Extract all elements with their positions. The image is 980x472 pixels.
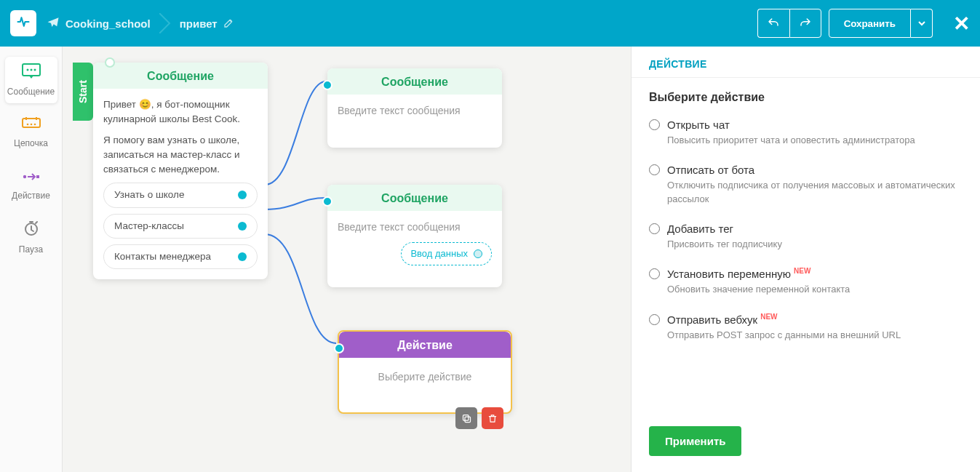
quick-reply-0[interactable]: Узнать о школе	[103, 183, 258, 207]
action-placeholder: Выберите действие	[349, 367, 501, 392]
action-option-4[interactable]: Отправить вебхукNEWОтправить POST запрос…	[649, 305, 963, 351]
action-option-title: Отписать от бота	[667, 164, 754, 176]
breadcrumb-bot[interactable]: Cooking_school	[65, 17, 151, 30]
pulse-icon	[16, 15, 31, 33]
svg-point-8	[30, 124, 32, 126]
out-port-icon[interactable]	[238, 222, 247, 231]
node-title: Сообщение	[327, 185, 502, 211]
node-toolbar	[455, 407, 503, 429]
action-option-3[interactable]: Установить переменнуюNEWОбновить значени…	[649, 260, 963, 305]
out-port-icon[interactable]	[238, 252, 247, 261]
node-title: Сообщение	[93, 63, 268, 89]
quick-reply-label: Узнать о школе	[114, 188, 184, 202]
svg-point-2	[30, 69, 32, 71]
telegram-icon	[47, 16, 60, 31]
node-start-message[interactable]: Сообщение Привет 😊, я бот-помощник кулин…	[93, 63, 268, 279]
quick-reply-1[interactable]: Мастер-классы	[103, 214, 258, 239]
node-text-1: Привет 😊, я бот-помощник кулинарной школ…	[103, 97, 258, 127]
action-radio[interactable]	[649, 314, 660, 325]
svg-rect-14	[463, 415, 469, 420]
rail-chain[interactable]: Цепочка	[5, 109, 57, 156]
message-placeholder[interactable]: Введите текст сообщения	[338, 221, 461, 233]
app-logo[interactable]	[10, 10, 36, 36]
app-header: Cooking_school привет Сохранить ✕	[0, 0, 980, 47]
rail-action[interactable]: Действие	[5, 161, 57, 208]
rail-pause[interactable]: Пауза	[5, 214, 57, 260]
node-title: Сообщение	[327, 68, 502, 95]
start-tab[interactable]: Start	[73, 63, 93, 121]
breadcrumb: Cooking_school привет	[47, 15, 236, 32]
apply-button[interactable]: Применить	[649, 426, 741, 456]
action-option-title: Отправить вебхукNEW	[667, 313, 778, 326]
redo-button[interactable]	[789, 9, 821, 38]
svg-point-1	[26, 69, 28, 71]
action-option-1[interactable]: Отписать от ботаОтключить подписчика от …	[649, 156, 963, 215]
delete-button[interactable]	[482, 407, 503, 429]
save-button[interactable]: Сохранить	[829, 9, 911, 38]
message-placeholder[interactable]: Введите текст сообщения	[338, 105, 461, 116]
rail-action-label: Действие	[12, 191, 50, 201]
data-input-pill[interactable]: Ввод данных	[401, 242, 492, 265]
quick-reply-label: Мастер-классы	[114, 219, 184, 233]
action-option-desc: Отправить POST запрос с данными на внешн…	[667, 329, 963, 343]
message-icon	[22, 63, 41, 84]
svg-rect-13	[465, 417, 471, 423]
svg-point-9	[33, 124, 36, 126]
node-in-port[interactable]	[105, 57, 115, 68]
node-title: Действие	[339, 332, 511, 358]
out-port-icon[interactable]	[238, 191, 247, 199]
action-option-desc: Обновить значение переменной контакта	[667, 283, 963, 297]
pause-icon	[23, 220, 40, 241]
new-badge: NEW	[760, 313, 777, 321]
quick-reply-label: Контакты менеджера	[114, 249, 211, 264]
rail-message-label: Сообщение	[7, 87, 55, 97]
rail-pause-label: Пауза	[19, 244, 43, 255]
action-option-0[interactable]: Открыть чатПовысить приоритет чата и опо…	[649, 111, 963, 156]
save-dropdown-button[interactable]	[911, 9, 933, 38]
rail-chain-label: Цепочка	[14, 138, 48, 148]
svg-point-10	[23, 175, 25, 178]
out-port-icon[interactable]	[474, 249, 482, 258]
panel-title: ДЕЙСТВИЕ	[632, 47, 980, 78]
node-message-1[interactable]: Сообщение Введите текст сообщения	[327, 68, 502, 148]
new-badge: NEW	[794, 267, 810, 275]
tool-rail: Сообщение Цепочка Действие Пауза	[0, 47, 63, 472]
node-text-2: Я помогу вам узнать о школе, записаться …	[103, 133, 258, 177]
action-option-desc: Присвоить тег подписчику	[667, 238, 963, 252]
close-icon[interactable]: ✕	[953, 12, 970, 36]
action-option-2[interactable]: Добавить тегПрисвоить тег подписчику	[649, 215, 963, 260]
action-radio[interactable]	[649, 164, 660, 175]
action-option-desc: Повысить приоритет чата и оповестить адм…	[667, 134, 963, 148]
breadcrumb-flow[interactable]: привет	[180, 17, 218, 30]
action-option-title: Добавить тег	[667, 223, 733, 235]
svg-point-7	[26, 124, 28, 126]
svg-rect-11	[36, 175, 39, 178]
action-icon	[22, 169, 41, 188]
node-in-port[interactable]	[322, 196, 332, 207]
panel-subtitle: Выберите действие	[632, 78, 980, 111]
action-radio[interactable]	[649, 223, 660, 234]
node-message-2[interactable]: Сообщение Введите текст сообщения Ввод д…	[327, 185, 502, 287]
breadcrumb-separator-icon	[156, 15, 174, 32]
svg-point-3	[33, 69, 36, 71]
action-option-title: Открыть чат	[667, 119, 730, 131]
action-option-title: Установить переменнуюNEW	[667, 267, 810, 280]
action-option-desc: Отключить подписчика от получения массов…	[667, 179, 963, 207]
properties-panel: ДЕЙСТВИЕ Выберите действие Открыть чатПо…	[631, 47, 980, 472]
svg-rect-4	[23, 119, 40, 127]
quick-reply-2[interactable]: Контакты менеджера	[103, 244, 258, 269]
node-in-port[interactable]	[334, 343, 344, 353]
duplicate-button[interactable]	[455, 407, 477, 429]
action-radio[interactable]	[649, 119, 660, 130]
action-radio[interactable]	[649, 268, 660, 279]
flow-canvas[interactable]: Start Сообщение Привет 😊, я бот-помощник…	[63, 47, 631, 472]
rail-message[interactable]: Сообщение	[5, 57, 57, 103]
data-input-label: Ввод данных	[410, 247, 468, 261]
node-in-port[interactable]	[322, 80, 332, 90]
undo-button[interactable]	[757, 9, 789, 38]
node-action-selected[interactable]: Действие Выберите действие	[338, 330, 512, 414]
header-actions: Сохранить ✕	[757, 9, 970, 38]
chain-icon	[22, 116, 41, 135]
pencil-icon[interactable]	[223, 17, 236, 30]
